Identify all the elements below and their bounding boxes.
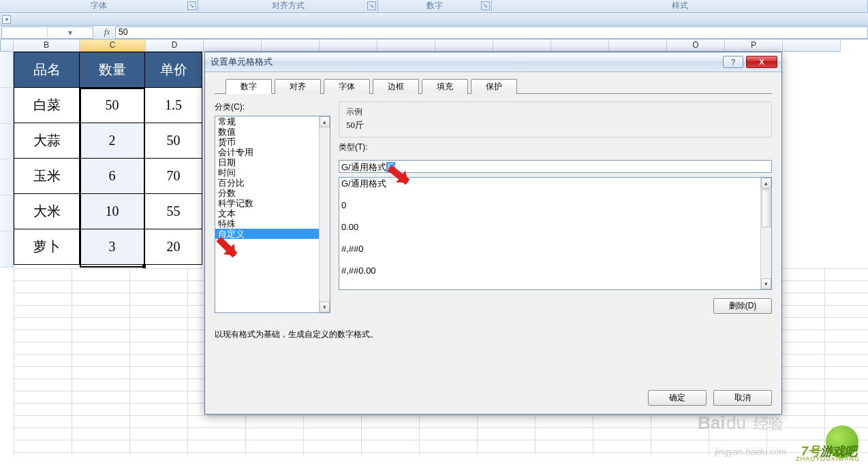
type-input[interactable]: G/通用格式斤 (339, 160, 772, 173)
list-item[interactable]: #,##0 (341, 244, 758, 255)
col-header-P[interactable]: P (725, 39, 783, 52)
sample-label: 示例 (346, 106, 764, 118)
format-cells-dialog: 设置单元格格式 ? X 数字 对齐 字体 边框 填充 保护 分类(C): 常规 … (204, 52, 782, 415)
tab-fill[interactable]: 填充 (422, 79, 468, 94)
fx-icon[interactable]: fx (99, 27, 115, 37)
list-item[interactable]: G/通用格式 (341, 178, 758, 189)
list-item[interactable]: 货币 (215, 137, 319, 147)
list-item[interactable]: 时间 (215, 167, 319, 178)
list-item-selected[interactable]: 自定义 (215, 229, 319, 239)
row-headers[interactable] (0, 52, 14, 268)
formula-input[interactable]: 50 (115, 27, 868, 39)
data-table: 品名 数量 单价 白菜501.5 大蒜250 玉米670 大米1055 萝卜32… (14, 52, 202, 265)
scroll-down-icon[interactable]: ▾ (320, 302, 330, 312)
tab-number[interactable]: 数字 (226, 79, 272, 94)
dialog-launcher-icon[interactable] (187, 1, 196, 10)
table-row: 白菜501.5 (14, 88, 202, 123)
format-list[interactable]: G/通用格式 0 0.00 #,##0 #,##0.00 _ * #,##0_ … (339, 177, 772, 290)
scrollbar[interactable]: ▴ ▾ (760, 178, 771, 289)
ribbon-group-align: 对齐方式 (198, 0, 378, 12)
list-item[interactable]: 科学记数 (215, 198, 319, 208)
scroll-thumb[interactable] (762, 189, 771, 227)
type-label: 类型(T): (339, 142, 772, 153)
list-item[interactable]: 数值 (215, 127, 319, 137)
sample-box: 示例 50斤 (339, 101, 772, 138)
col-header-C[interactable]: C (80, 39, 146, 52)
close-button[interactable]: X (746, 56, 777, 68)
list-item[interactable]: 文本 (215, 208, 319, 219)
dialog-launcher-icon[interactable] (481, 1, 490, 10)
help-button[interactable]: ? (723, 56, 743, 68)
ribbon-group-font: 字体 (0, 0, 198, 12)
list-item[interactable]: _ * #,##0_ ;_ * -#,##0_ ;_ * "-"_ ;_ @_ (341, 287, 758, 289)
ribbon-group-number: 数字 (378, 0, 492, 12)
select-all-corner[interactable] (0, 39, 14, 52)
scroll-down-icon[interactable]: ▾ (761, 278, 771, 289)
list-item[interactable]: 0.00 (341, 222, 758, 233)
header-name[interactable]: 品名 (14, 52, 80, 88)
header-price[interactable]: 单价 (145, 52, 202, 88)
scroll-up-icon[interactable]: ▴ (320, 116, 330, 127)
table-row: 萝卜320 (14, 229, 202, 265)
table-row: 大蒜250 (14, 123, 202, 159)
list-item[interactable]: #,##0.00 (341, 265, 758, 276)
hint-text: 以现有格式为基础，生成自定义的数字格式。 (215, 329, 772, 340)
chevron-down-icon[interactable]: ▾ (47, 28, 93, 37)
list-item[interactable]: 常规 (215, 116, 319, 127)
sample-value: 50斤 (346, 119, 764, 131)
list-item[interactable]: 0 (341, 200, 758, 211)
list-item[interactable]: 日期 (215, 157, 319, 167)
quick-access-bar: ▾ (0, 13, 868, 26)
cancel-button[interactable]: 取消 (713, 390, 772, 406)
ribbon-group-labels: 字体 对齐方式 数字 样式 (0, 0, 868, 13)
list-item[interactable]: 特殊 (215, 219, 319, 229)
column-headers[interactable]: B C D O P (0, 39, 868, 52)
table-row: 大米1055 (14, 194, 202, 229)
category-label: 分类(C): (215, 101, 330, 113)
col-header-D[interactable]: D (146, 39, 204, 52)
tab-border[interactable]: 边框 (373, 79, 419, 94)
list-item[interactable]: 分数 (215, 188, 319, 198)
table-header-row: 品名 数量 单价 (14, 52, 202, 88)
dialog-title: 设置单元格格式 (209, 56, 720, 68)
table-row: 玉米670 (14, 159, 202, 194)
delete-button[interactable]: 删除(D) (713, 298, 772, 314)
scroll-up-icon[interactable]: ▴ (761, 178, 771, 189)
tab-align[interactable]: 对齐 (275, 79, 321, 94)
header-qty[interactable]: 数量 (80, 52, 145, 88)
ok-button[interactable]: 确定 (648, 390, 707, 406)
tab-font[interactable]: 字体 (324, 79, 370, 94)
dialog-titlebar[interactable]: 设置单元格格式 ? X (205, 52, 781, 72)
ribbon-group-style: 样式 (492, 0, 868, 12)
tab-protect[interactable]: 保护 (471, 79, 517, 94)
formula-bar: ▾ fx 50 (0, 26, 868, 39)
col-header-B[interactable]: B (14, 39, 80, 52)
col-header-O[interactable]: O (667, 39, 725, 52)
name-box[interactable]: ▾ (1, 27, 93, 39)
dialog-launcher-icon[interactable] (367, 1, 376, 10)
list-item[interactable]: 会计专用 (215, 147, 319, 157)
list-item[interactable]: 百分比 (215, 178, 319, 188)
dropdown-icon[interactable]: ▾ (2, 15, 11, 24)
dialog-tabs: 数字 对齐 字体 边框 填充 保护 (226, 79, 772, 94)
category-list[interactable]: 常规 数值 货币 会计专用 日期 时间 百分比 分数 科学记数 文本 特殊 自定… (215, 116, 330, 313)
scrollbar[interactable]: ▴ ▾ (319, 116, 330, 312)
